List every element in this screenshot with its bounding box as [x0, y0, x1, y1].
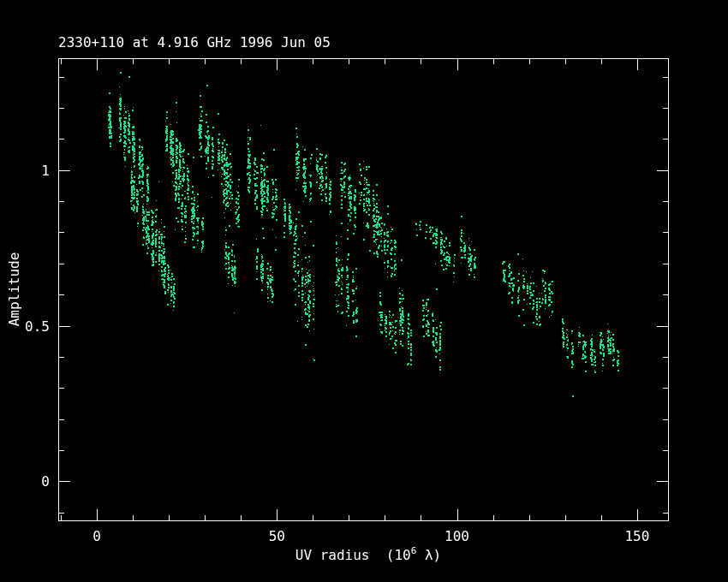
x-tick-label: 100 — [445, 528, 469, 544]
x-tick-label: 150 — [624, 528, 649, 544]
y-tick-label: 0.5 — [25, 318, 50, 334]
scatter-canvas — [0, 0, 728, 582]
y-tick-label: 1 — [41, 162, 50, 178]
x-axis-label: UV radius (106 λ) — [295, 546, 441, 563]
x-axis-label-text: UV radius (10 — [295, 547, 411, 563]
x-tick-label: 0 — [92, 528, 101, 544]
uv-amplitude-plot: 2330+110 at 4.916 GHz 1996 Jun 05 Amplit… — [0, 0, 728, 582]
x-axis-label-exponent: 6 — [411, 545, 417, 556]
plot-title: 2330+110 at 4.916 GHz 1996 Jun 05 — [58, 34, 331, 50]
y-tick-label: 0 — [41, 473, 50, 490]
x-tick-label: 50 — [269, 528, 285, 544]
x-axis-label-lambda: λ) — [416, 547, 441, 563]
y-axis-label: Amplitude — [6, 252, 22, 327]
